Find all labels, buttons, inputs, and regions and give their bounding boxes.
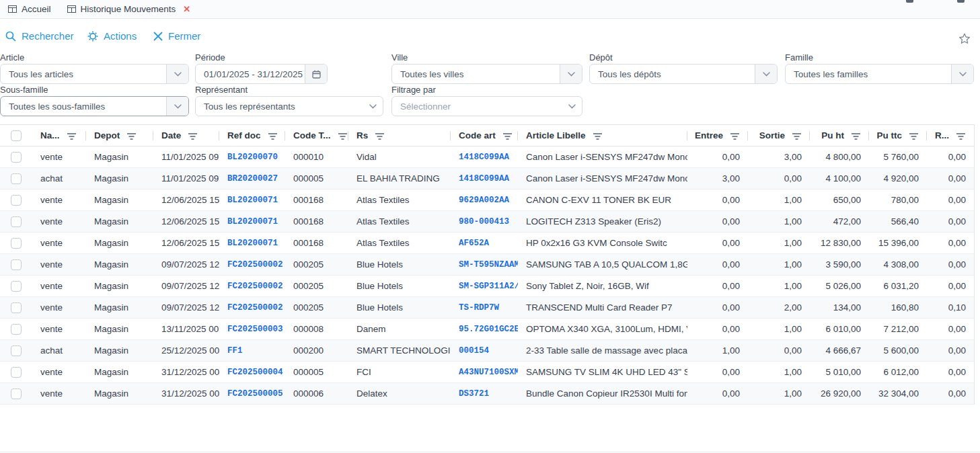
cell-code_art[interactable]: DS3721 bbox=[451, 383, 518, 404]
row-checkbox[interactable] bbox=[11, 281, 22, 292]
chevron-down-icon[interactable] bbox=[166, 65, 188, 83]
cell-code_art[interactable]: 980-000413 bbox=[451, 211, 518, 232]
column-header-code_tiers[interactable]: Code T... bbox=[285, 125, 348, 146]
tab-close-icon[interactable]: ✕ bbox=[183, 4, 190, 14]
filter-icon[interactable] bbox=[338, 131, 348, 140]
calendar-icon[interactable] bbox=[305, 65, 327, 83]
table-row[interactable]: venteMagasin11/01/2025 09BL2020007000001… bbox=[0, 147, 974, 168]
table-row[interactable]: venteMagasin12/06/2025 15BL2020007100016… bbox=[0, 211, 974, 233]
row-checkbox[interactable] bbox=[11, 345, 22, 356]
cell-code_art[interactable]: AF652A bbox=[451, 233, 518, 253]
tab-accueil[interactable]: Accueil bbox=[0, 0, 59, 18]
table-row[interactable]: venteMagasin09/07/2025 12FC2025000020002… bbox=[0, 276, 974, 297]
cell-ref[interactable]: FC202500004 bbox=[219, 362, 285, 382]
filter-icon[interactable] bbox=[593, 131, 603, 140]
chevron-down-icon[interactable] bbox=[560, 65, 582, 83]
row-checkbox[interactable] bbox=[11, 302, 22, 313]
chevron-down-icon[interactable] bbox=[562, 104, 582, 109]
famille-select[interactable]: Toutes les familles bbox=[785, 64, 974, 84]
row-checkbox[interactable] bbox=[11, 388, 22, 399]
table-row[interactable]: venteMagasin09/07/2025 12FC2025000020002… bbox=[0, 254, 974, 276]
cell-ref[interactable]: BL20200071 bbox=[219, 211, 285, 232]
column-header-libelle[interactable]: Article Libelle bbox=[518, 125, 687, 146]
cell-ref[interactable]: FF1 bbox=[219, 340, 285, 361]
cell-ref[interactable]: BL20200071 bbox=[219, 190, 285, 210]
cell-ref[interactable]: FC202500002 bbox=[219, 276, 285, 296]
row-checkbox[interactable] bbox=[11, 216, 22, 227]
sous-famille-select[interactable]: Toutes les sous-familles bbox=[0, 96, 189, 116]
cell-code_art[interactable]: A43NU7100SXM bbox=[451, 362, 518, 382]
column-header-pu_ttc[interactable]: Pu ttc bbox=[869, 125, 927, 146]
column-header-code_art[interactable]: Code art bbox=[451, 125, 518, 146]
row-checkbox[interactable] bbox=[11, 238, 22, 249]
cell-code_art[interactable]: 1418C099AA bbox=[451, 168, 518, 189]
filter-icon[interactable] bbox=[67, 131, 77, 140]
cell-ref[interactable]: BL20200070 bbox=[219, 147, 285, 167]
row-checkbox[interactable] bbox=[11, 259, 22, 270]
close-button[interactable]: Fermer bbox=[153, 19, 200, 52]
cell-code_art[interactable]: SM-SGP311A2/ bbox=[451, 276, 518, 296]
cell-code_art[interactable]: 000154 bbox=[451, 340, 518, 361]
actions-button[interactable]: Actions bbox=[87, 19, 137, 52]
column-header-ref[interactable]: Ref doc bbox=[219, 125, 285, 146]
select-all-checkbox[interactable] bbox=[11, 130, 22, 141]
chevron-down-icon[interactable] bbox=[951, 65, 973, 83]
chevron-down-icon[interactable] bbox=[363, 104, 383, 109]
filter-icon[interactable] bbox=[126, 131, 137, 140]
table-row[interactable]: venteMagasin13/11/2025 00FC2025000030000… bbox=[0, 319, 974, 340]
row-checkbox[interactable] bbox=[11, 324, 22, 335]
column-header-rs[interactable]: Rs bbox=[348, 125, 451, 146]
table-row[interactable]: venteMagasin12/06/2025 15BL2020007100016… bbox=[0, 190, 974, 211]
table-row[interactable]: venteMagasin12/06/2025 15BL2020007100016… bbox=[0, 233, 974, 254]
filter-icon[interactable] bbox=[730, 131, 740, 140]
chevron-down-icon[interactable] bbox=[166, 97, 188, 116]
column-header-entree[interactable]: Entree bbox=[687, 125, 748, 146]
cell-code_art[interactable]: SM-T595NZAAM bbox=[451, 254, 518, 275]
column-header-nature[interactable]: Na... bbox=[32, 125, 86, 146]
table-row[interactable]: venteMagasin31/12/2025 00FC2025000050000… bbox=[0, 383, 974, 405]
cell-ref[interactable]: BR20200027 bbox=[219, 168, 285, 189]
column-header-pu_ht[interactable]: Pu ht bbox=[810, 125, 869, 146]
filtrage-par-select[interactable]: Sélectionner bbox=[391, 96, 582, 116]
filter-icon[interactable] bbox=[792, 131, 802, 140]
periode-range-input[interactable]: 01/01/2025 - 31/12/2025 bbox=[195, 64, 328, 84]
search-button[interactable]: Rechercher bbox=[5, 19, 74, 52]
table-row[interactable]: achatMagasin25/12/2025 00FF1000200SMART … bbox=[0, 340, 974, 362]
column-header-depot[interactable]: Depot bbox=[86, 125, 153, 146]
row-checkbox[interactable] bbox=[11, 195, 22, 206]
cell-ref[interactable]: FC202500005 bbox=[219, 383, 285, 404]
cell-code_art[interactable]: 1418C099AA bbox=[451, 147, 518, 167]
article-select[interactable]: Tous les articles bbox=[0, 64, 189, 84]
cell-ref[interactable]: FC202500003 bbox=[219, 319, 285, 339]
column-header-check[interactable] bbox=[0, 125, 32, 146]
cell-ref[interactable]: BL20200071 bbox=[219, 233, 285, 253]
filter-icon[interactable] bbox=[375, 131, 385, 140]
filter-icon[interactable] bbox=[956, 131, 966, 140]
column-header-date[interactable]: Date bbox=[153, 125, 219, 146]
row-checkbox[interactable] bbox=[11, 367, 22, 378]
filter-icon[interactable] bbox=[851, 131, 861, 140]
filter-icon[interactable] bbox=[909, 131, 919, 140]
filter-icon[interactable] bbox=[268, 131, 278, 140]
representant-select[interactable]: Tous les représentants bbox=[195, 96, 383, 116]
cell-code_art[interactable]: 9629A002AA bbox=[451, 190, 518, 210]
cell-ref[interactable]: FC202500002 bbox=[219, 254, 285, 275]
cell-pu_ttc: 32 304,00 bbox=[869, 383, 927, 404]
column-header-sortie[interactable]: Sortie bbox=[748, 125, 810, 146]
filter-icon[interactable] bbox=[188, 131, 198, 140]
favorite-star-icon[interactable] bbox=[958, 33, 971, 44]
table-row[interactable]: achatMagasin11/01/2025 09BR2020002700000… bbox=[0, 168, 974, 190]
table-row[interactable]: venteMagasin09/07/2025 12FC2025000020002… bbox=[0, 297, 974, 319]
cell-ref[interactable]: FC202500002 bbox=[219, 297, 285, 318]
chevron-down-icon[interactable] bbox=[755, 65, 777, 83]
cell-code_art[interactable]: 95.72G01GC2E bbox=[451, 319, 518, 339]
row-checkbox[interactable] bbox=[11, 152, 22, 163]
row-checkbox[interactable] bbox=[11, 173, 22, 184]
tab-historique-mouvements[interactable]: Historique Mouvements ✕ bbox=[59, 0, 199, 18]
table-row[interactable]: venteMagasin31/12/2025 00FC2025000040000… bbox=[0, 362, 974, 383]
ville-select[interactable]: Toutes les villes bbox=[391, 64, 582, 84]
depot-select[interactable]: Tous les dépôts bbox=[589, 64, 778, 84]
column-header-r[interactable]: R... bbox=[927, 125, 974, 146]
filter-icon[interactable] bbox=[502, 131, 513, 140]
cell-code_art[interactable]: TS-RDP7W bbox=[451, 297, 518, 318]
